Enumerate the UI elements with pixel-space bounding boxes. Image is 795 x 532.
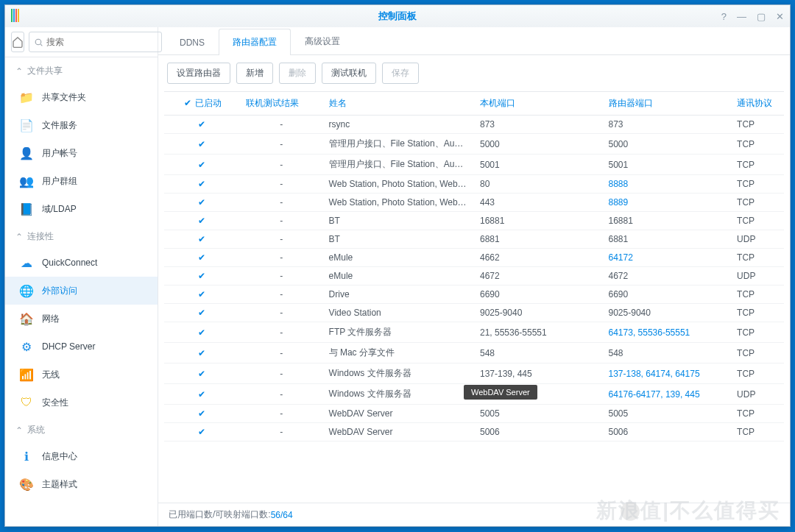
group-header[interactable]: ⌃文件共享 <box>5 57 158 83</box>
cell-localport: 80 <box>474 175 603 194</box>
sidebar-item[interactable]: 👤用户帐号 <box>5 139 158 167</box>
help-icon[interactable]: ? <box>721 11 727 22</box>
enabled-check-icon[interactable]: ✔ <box>197 119 207 130</box>
col-protocol[interactable]: 通讯协议 <box>731 92 784 116</box>
sidebar-item[interactable]: 📄文件服务 <box>5 111 158 139</box>
enabled-check-icon[interactable]: ✔ <box>197 289 207 299</box>
port-table: ✔ 已启动 联机测试结果 姓名 本机端口 路由器端口 通讯协议 ✔-rsync8… <box>164 91 784 441</box>
table-row[interactable]: ✔-Drive66906690TCP <box>164 285 784 304</box>
table-row[interactable]: ✔-eMule466264172TCP <box>164 249 784 267</box>
table-row[interactable]: ✔-BT68816881UDP <box>164 230 784 249</box>
add-button[interactable]: 新增 <box>236 63 273 84</box>
save-button[interactable]: 保存 <box>382 63 419 84</box>
enabled-check-icon[interactable]: ✔ <box>197 308 207 318</box>
col-testresult[interactable]: 联机测试结果 <box>240 92 323 116</box>
sidebar-item[interactable]: ☁QuickConnect <box>5 249 158 277</box>
table-row[interactable]: ✔-WebDAV Server50065006TCP <box>164 423 784 441</box>
search-box[interactable] <box>29 32 162 52</box>
enabled-check-icon[interactable]: ✔ <box>197 216 207 226</box>
col-enabled[interactable]: ✔ 已启动 <box>164 92 240 116</box>
cell-localport: 6690 <box>474 285 603 304</box>
table-row[interactable]: ✔-BT1688116881TCP <box>164 212 784 230</box>
enabled-check-icon[interactable]: ✔ <box>197 139 207 149</box>
chevron-up-icon: ⌃ <box>15 232 23 242</box>
cell-test: - <box>240 304 323 322</box>
enabled-check-icon[interactable]: ✔ <box>197 160 207 170</box>
enabled-check-icon[interactable]: ✔ <box>197 197 207 208</box>
col-routerport[interactable]: 路由器端口 <box>603 92 732 116</box>
enabled-check-icon[interactable]: ✔ <box>197 234 207 244</box>
home-icon <box>12 36 24 48</box>
search-icon <box>34 38 43 47</box>
sidebar-item[interactable]: 👥用户群组 <box>5 167 158 195</box>
sidebar-item[interactable]: 🌐外部访问 <box>5 277 158 305</box>
tab[interactable]: DDNS <box>166 30 219 54</box>
group-header[interactable]: ⌃连接性 <box>5 223 158 249</box>
cell-name: Video Station <box>323 304 474 322</box>
table-row[interactable]: ✔-eMule46724672UDP <box>164 267 784 285</box>
nav-icon: 🛡 <box>18 394 35 411</box>
maximize-icon[interactable]: ▢ <box>757 11 766 22</box>
home-button[interactable] <box>11 32 24 52</box>
cell-test: - <box>240 322 323 343</box>
table-row[interactable]: ✔-WebDAV Server50055005TCP <box>164 405 784 423</box>
cell-name: eMule <box>323 267 474 285</box>
table-row[interactable]: ✔-管理用户接口、File Station、Audio S...50015001… <box>164 155 784 175</box>
cell-routerport: 5000 <box>603 134 732 155</box>
table-row[interactable]: ✔-rsync873873TCP <box>164 116 784 134</box>
sidebar-item[interactable]: 📶无线 <box>5 361 158 389</box>
group-header[interactable]: ⌃系统 <box>5 416 158 442</box>
table-row[interactable]: ✔-Web Station, Photo Station, Web M...44… <box>164 194 784 212</box>
cell-routerport: 9025-9040 <box>603 304 732 322</box>
titlebar: 控制面板 ? — ▢ ✕ <box>5 5 790 27</box>
cell-test: - <box>240 423 323 441</box>
tab[interactable]: 路由器配置 <box>219 29 291 55</box>
cell-protocol: TCP <box>731 405 784 423</box>
enabled-check-icon[interactable]: ✔ <box>197 427 207 437</box>
enabled-check-icon[interactable]: ✔ <box>197 408 207 419</box>
cell-protocol: TCP <box>731 175 784 194</box>
main-panel: DDNS路由器配置高级设置 设置路由器 新增 删除 测试联机 保存 ✔ 已启动 … <box>158 27 790 526</box>
sidebar-item[interactable]: ⚙DHCP Server <box>5 333 158 361</box>
table-row[interactable]: ✔-与 Mac 分享文件548548TCP <box>164 343 784 363</box>
sidebar-item[interactable]: 📘域/LDAP <box>5 195 158 223</box>
cell-localport: 443 <box>474 194 603 212</box>
table-row[interactable]: ✔-管理用户接口、File Station、Audio S...50005000… <box>164 134 784 155</box>
cell-routerport: 64173, 55536-55551 <box>603 322 732 343</box>
table-row[interactable]: ✔-FTP 文件服务器21, 55536-5555164173, 55536-5… <box>164 322 784 343</box>
cell-protocol: TCP <box>731 212 784 230</box>
setup-router-button[interactable]: 设置路由器 <box>167 63 230 84</box>
nav-label: DHCP Server <box>42 341 95 352</box>
sidebar-item[interactable]: 🛡安全性 <box>5 389 158 416</box>
enabled-check-icon[interactable]: ✔ <box>197 271 207 281</box>
col-name[interactable]: 姓名 <box>323 92 474 116</box>
col-localport[interactable]: 本机端口 <box>474 92 603 116</box>
window: 控制面板 ? — ▢ ✕ ⌃文件共享📁共享文件夹📄文件服务👤用户帐号👥用户群组📘… <box>4 4 791 527</box>
table-row[interactable]: ✔-Windows 文件服务器137-139, 445137-138, 6417… <box>164 363 784 384</box>
table-row[interactable]: ✔-Windows 文件服务器137-139, 44564176-64177, … <box>164 384 784 405</box>
nav-icon: 👥 <box>18 173 35 189</box>
search-input[interactable] <box>46 37 157 47</box>
cell-test: - <box>240 285 323 304</box>
table-row[interactable]: ✔-Web Station, Photo Station, Web M...80… <box>164 175 784 194</box>
table-row[interactable]: ✔-Video Station9025-90409025-9040TCP <box>164 304 784 322</box>
enabled-check-icon[interactable]: ✔ <box>197 369 207 379</box>
enabled-check-icon[interactable]: ✔ <box>197 348 207 358</box>
sidebar-item[interactable]: 🏠网络 <box>5 305 158 333</box>
cell-localport: 9025-9040 <box>474 304 603 322</box>
cell-test: - <box>240 249 323 267</box>
enabled-check-icon[interactable]: ✔ <box>197 389 207 400</box>
sidebar-item[interactable]: ℹ信息中心 <box>5 442 158 470</box>
close-icon[interactable]: ✕ <box>776 11 784 22</box>
enabled-check-icon[interactable]: ✔ <box>197 252 207 263</box>
enabled-check-icon[interactable]: ✔ <box>197 327 207 338</box>
minimize-icon[interactable]: — <box>737 11 746 22</box>
cell-test: - <box>240 343 323 363</box>
sidebar-item[interactable]: 🎨主题样式 <box>5 470 158 498</box>
enabled-check-icon[interactable]: ✔ <box>197 179 207 189</box>
sidebar-item[interactable]: 📁共享文件夹 <box>5 83 158 111</box>
cell-localport: 5001 <box>474 155 603 175</box>
delete-button[interactable]: 删除 <box>279 63 316 84</box>
test-connection-button[interactable]: 测试联机 <box>322 63 376 84</box>
tab[interactable]: 高级设置 <box>291 28 354 54</box>
